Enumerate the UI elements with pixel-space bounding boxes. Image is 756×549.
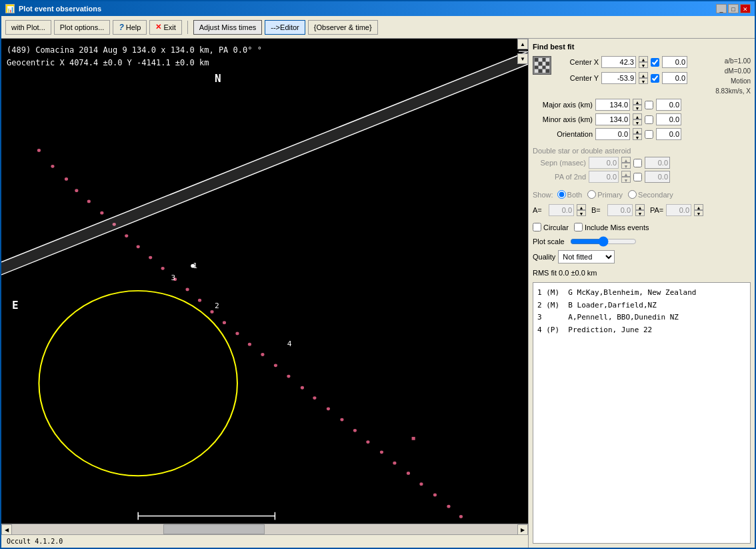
scroll-up-button[interactable]: ▲: [517, 39, 528, 49]
show-secondary-label[interactable]: Secondary: [628, 190, 673, 199]
sepn-checkbox[interactable]: [633, 159, 642, 167]
with-plot-button[interactable]: with Plot...: [5, 20, 51, 35]
show-both-label[interactable]: Both: [557, 190, 583, 199]
b-spinner[interactable]: ▲ ▼: [635, 204, 645, 216]
pa2nd-value[interactable]: [645, 171, 670, 183]
orientation-value[interactable]: [656, 128, 681, 140]
scroll-left-button[interactable]: ◀: [1, 524, 12, 535]
grid-icon[interactable]: [533, 56, 551, 75]
pa2nd-down[interactable]: ▼: [621, 177, 631, 183]
center-y-down[interactable]: ▼: [639, 78, 648, 84]
a-down[interactable]: ▼: [577, 210, 586, 216]
orientation-checkbox[interactable]: [645, 130, 653, 139]
pa-up[interactable]: ▲: [694, 204, 703, 210]
plot-area[interactable]: (489) Comacina 2014 Aug 9 134.0 x 134.0 …: [1, 39, 528, 524]
pa-down[interactable]: ▼: [694, 210, 703, 216]
show-secondary-text: Secondary: [638, 191, 673, 199]
sepn-spinner[interactable]: ▲ ▼: [621, 157, 631, 169]
major-axis-input[interactable]: [595, 99, 630, 111]
center-y-input[interactable]: [601, 72, 636, 84]
center-y-value[interactable]: [662, 72, 687, 84]
show-secondary-radio[interactable]: [628, 190, 637, 199]
close-button[interactable]: ✕: [740, 4, 751, 13]
plot-scale-slider[interactable]: [570, 237, 637, 246]
center-y-up[interactable]: ▲: [639, 72, 648, 78]
a-input[interactable]: [549, 204, 574, 216]
major-up[interactable]: ▲: [633, 99, 642, 105]
orientation-row: Orientation ▲ ▼: [533, 128, 751, 140]
b-down[interactable]: ▼: [635, 210, 645, 216]
b-up[interactable]: ▲: [635, 204, 645, 210]
sepn-value[interactable]: [645, 157, 670, 169]
b-input[interactable]: [607, 204, 633, 216]
scroll-down-button[interactable]: ▼: [517, 53, 528, 64]
minor-axis-value[interactable]: [656, 113, 681, 125]
minor-axis-checkbox[interactable]: [645, 115, 653, 124]
orientation-spinner[interactable]: ▲ ▼: [633, 128, 642, 140]
scroll-thumb-v[interactable]: [519, 51, 527, 52]
major-axis-value[interactable]: [656, 99, 681, 111]
major-down[interactable]: ▼: [633, 105, 642, 111]
exit-icon: ✕: [155, 23, 161, 31]
major-axis-checkbox[interactable]: [645, 101, 653, 109]
svg-point-16: [223, 321, 226, 324]
orient-down[interactable]: ▼: [633, 134, 642, 140]
h-scroll-track[interactable]: [12, 524, 517, 534]
editor-label: -->Editor: [271, 23, 299, 31]
show-primary-radio[interactable]: [587, 190, 596, 199]
exit-label: Exit: [163, 23, 175, 31]
minor-down[interactable]: ▼: [633, 119, 642, 125]
center-x-spinner[interactable]: ▲ ▼: [639, 56, 648, 68]
orient-up[interactable]: ▲: [633, 128, 642, 134]
adjust-miss-button[interactable]: Adjust Miss times: [193, 20, 263, 35]
center-x-down[interactable]: ▼: [639, 62, 648, 68]
show-both-text: Both: [567, 191, 583, 199]
sepn-down[interactable]: ▼: [621, 163, 631, 169]
maximize-button[interactable]: □: [728, 4, 739, 13]
pa2nd-spinner[interactable]: ▲ ▼: [621, 171, 631, 183]
show-primary-label[interactable]: Primary: [587, 190, 623, 199]
exit-button[interactable]: ✕ Exit: [149, 20, 181, 35]
plot-line1: (489) Comacina 2014 Aug 9 134.0 x 134.0 …: [7, 44, 262, 57]
editor-button[interactable]: -->Editor: [265, 20, 305, 35]
circular-checkbox[interactable]: [533, 223, 541, 231]
center-x-checkbox[interactable]: [651, 58, 659, 67]
center-x-up[interactable]: ▲: [639, 56, 648, 62]
svg-point-22: [301, 386, 304, 390]
a-spinner[interactable]: ▲ ▼: [577, 204, 586, 216]
h-scroll-thumb[interactable]: [163, 524, 265, 534]
center-y-spinner[interactable]: ▲ ▼: [639, 72, 648, 84]
center-x-value[interactable]: [662, 56, 687, 68]
pa-spinner[interactable]: ▲ ▼: [694, 204, 703, 216]
center-y-checkbox[interactable]: [651, 74, 659, 83]
scroll-right-button[interactable]: ▶: [517, 524, 528, 535]
pa2nd-input[interactable]: [589, 171, 619, 183]
quality-label: Quality: [533, 253, 555, 261]
center-inputs: Center X ▲ ▼ Center Y: [555, 56, 711, 86]
minimize-button[interactable]: _: [716, 4, 727, 13]
grid-and-center: Center X ▲ ▼ Center Y: [533, 56, 751, 96]
help-button[interactable]: ? Help: [113, 20, 147, 35]
sepn-input[interactable]: [589, 157, 619, 169]
minor-up[interactable]: ▲: [633, 113, 642, 119]
plot-options-button[interactable]: Plot options...: [54, 20, 111, 35]
include-miss-checkbox[interactable]: [574, 223, 583, 231]
a-up[interactable]: ▲: [577, 204, 586, 210]
pa-input[interactable]: [666, 204, 691, 216]
pa2nd-checkbox[interactable]: [633, 173, 642, 181]
center-x-input[interactable]: [601, 56, 636, 68]
quality-row: Quality Not fitted Good Reasonable: [533, 250, 751, 263]
quality-select[interactable]: Not fitted Good Reasonable: [558, 250, 615, 263]
orientation-input[interactable]: [595, 128, 630, 140]
pa2nd-up[interactable]: ▲: [621, 171, 631, 177]
observer-time-button[interactable]: {Observer & time}: [308, 20, 378, 35]
show-both-radio[interactable]: [557, 190, 566, 199]
minor-axis-spinner[interactable]: ▲ ▼: [633, 113, 642, 125]
sepn-up[interactable]: ▲: [621, 157, 631, 163]
motion-label: Motion: [715, 76, 751, 86]
result-line-1: 1 (M) G McKay,Blenheim, New Zealand: [537, 287, 746, 300]
major-axis-spinner[interactable]: ▲ ▼: [633, 99, 642, 111]
minor-axis-input[interactable]: [595, 113, 630, 125]
result-line-2: 2 (M) B Loader,Darfield,NZ: [537, 300, 746, 312]
point4-label: 4: [287, 340, 292, 348]
